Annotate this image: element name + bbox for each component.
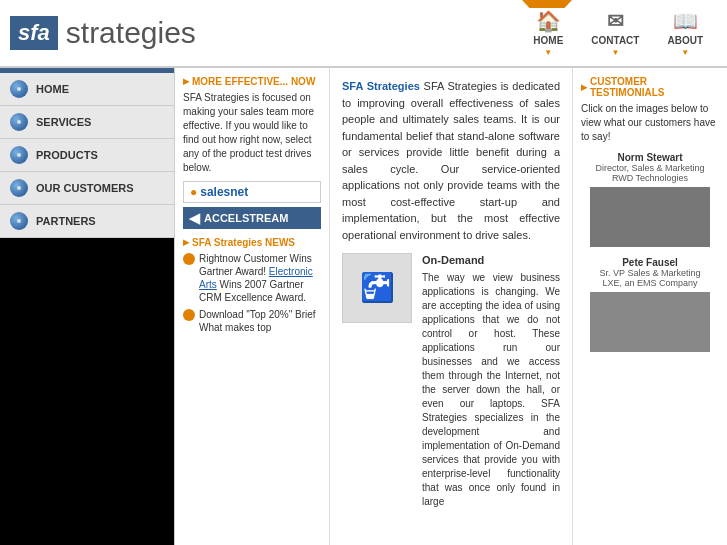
main-area: HOME SERVICES PRODUCTS OUR CUSTOMERS PAR… — [0, 68, 727, 545]
testimonial-1: Norm Stewart Director, Sales & Marketing… — [581, 152, 719, 247]
news-text-2: Download "Top 20%" Brief What makes top — [199, 308, 321, 334]
nav-about[interactable]: 📖 ABOUT ▼ — [653, 4, 717, 62]
testimonial-1-name: Norm Stewart — [581, 152, 719, 163]
salesnet-logo[interactable]: ● salesnet — [183, 181, 321, 203]
accelstream-triangle: ◀ — [189, 210, 200, 226]
contact-icon: ✉ — [607, 9, 624, 33]
sidebar-item-partners[interactable]: PARTNERS — [0, 205, 174, 238]
sidebar-home-icon — [10, 80, 28, 98]
sidebar-products-icon — [10, 146, 28, 164]
faucet-icon: 🚰 — [342, 253, 412, 323]
sidebar-partners-label: PARTNERS — [36, 215, 96, 227]
testimonial-2-name: Pete Fausel — [581, 257, 719, 268]
home-icon: 🏠 — [536, 9, 561, 33]
left-panel: MORE EFFECTIVE... NOW SFA Strategies is … — [175, 68, 330, 545]
news-item-2: Download "Top 20%" Brief What makes top — [183, 308, 321, 334]
sidebar-services-icon — [10, 113, 28, 131]
content-top: MORE EFFECTIVE... NOW SFA Strategies is … — [175, 68, 727, 545]
news-item-1: Rightnow Customer Wins Gartner Award! El… — [183, 252, 321, 304]
sidebar-item-products[interactable]: PRODUCTS — [0, 139, 174, 172]
sidebar-home-label: HOME — [36, 83, 69, 95]
testimonial-1-image[interactable] — [590, 187, 710, 247]
brand-name: SFA Strategies — [342, 80, 420, 92]
left-panel-intro: SFA Strategies is focused on making your… — [183, 91, 321, 175]
top-navigation: 🏠 HOME ▼ ✉ CONTACT ▼ 📖 ABOUT ▼ — [519, 4, 717, 62]
more-effective-title: MORE EFFECTIVE... NOW — [183, 76, 321, 87]
sidebar-item-services[interactable]: SERVICES — [0, 106, 174, 139]
center-panel: SFA Strategies SFA Strategies is dedicat… — [330, 68, 572, 545]
right-panel: CUSTOMER TESTIMONIALS Click on the image… — [572, 68, 727, 545]
nav-contact-arrow: ▼ — [611, 48, 619, 57]
news-title: SFA Strategies NEWS — [183, 237, 321, 248]
accelstream-label: ACCELSTREAM — [204, 212, 288, 224]
testimonial-2-image[interactable] — [590, 292, 710, 352]
sidebar-partners-icon — [10, 212, 28, 230]
center-intro: SFA Strategies SFA Strategies is dedicat… — [342, 78, 560, 243]
ondemand-body: The way we view business applications is… — [422, 272, 560, 507]
sidebar-item-customers[interactable]: OUR CUSTOMERS — [0, 172, 174, 205]
ondemand-title: On-Demand — [422, 253, 560, 268]
testimonial-2: Pete Fausel Sr. VP Sales & Marketing LXE… — [581, 257, 719, 352]
salesnet-label: salesnet — [200, 185, 248, 199]
nav-contact[interactable]: ✉ CONTACT ▼ — [577, 4, 653, 62]
testimonial-2-role: Sr. VP Sales & Marketing LXE, an EMS Com… — [581, 268, 719, 288]
testimonials-title: CUSTOMER TESTIMONIALS — [581, 76, 719, 98]
logo-area: sfa strategies — [10, 16, 519, 50]
sidebar-item-home[interactable]: HOME — [0, 73, 174, 106]
salesnet-dot: ● — [190, 185, 197, 199]
testimonials-intro: Click on the images below to view what o… — [581, 102, 719, 144]
nav-home-label: HOME — [533, 35, 563, 46]
accelstream-logo[interactable]: ◀ ACCELSTREAM — [183, 207, 321, 229]
ondemand-section: 🚰 On-Demand The way we view business app… — [342, 253, 560, 509]
logo-sfa: sfa — [10, 16, 58, 50]
testimonial-1-role: Director, Sales & Marketing RWD Technolo… — [581, 163, 719, 183]
sidebar-customers-icon — [10, 179, 28, 197]
news-icon-1 — [183, 253, 195, 265]
news-link-1[interactable]: Electronic Arts — [199, 266, 313, 290]
sidebar-products-label: PRODUCTS — [36, 149, 98, 161]
logo-strategies: strategies — [66, 16, 196, 50]
nav-contact-label: CONTACT — [591, 35, 639, 46]
nav-about-arrow: ▼ — [681, 48, 689, 57]
ondemand-text: On-Demand The way we view business appli… — [422, 253, 560, 509]
sidebar-customers-label: OUR CUSTOMERS — [36, 182, 134, 194]
sidebar-services-label: SERVICES — [36, 116, 91, 128]
nav-home-arrow: ▼ — [544, 48, 552, 57]
header: sfa strategies 🏠 HOME ▼ ✉ CONTACT ▼ 📖 AB… — [0, 0, 727, 68]
news-icon-2 — [183, 309, 195, 321]
news-section: SFA Strategies NEWS Rightnow Customer Wi… — [183, 237, 321, 334]
sidebar-banner-image — [0, 238, 174, 545]
about-icon: 📖 — [673, 9, 698, 33]
sidebar: HOME SERVICES PRODUCTS OUR CUSTOMERS PAR… — [0, 68, 175, 545]
news-text-1: Rightnow Customer Wins Gartner Award! El… — [199, 252, 321, 304]
content-area: MORE EFFECTIVE... NOW SFA Strategies is … — [175, 68, 727, 545]
nav-home[interactable]: 🏠 HOME ▼ — [519, 4, 577, 62]
nav-about-label: ABOUT — [667, 35, 703, 46]
